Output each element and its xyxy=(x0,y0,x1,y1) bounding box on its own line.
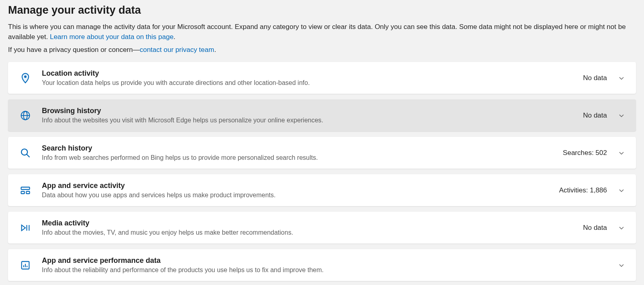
media-activity-card[interactable]: Media activity Info about the movies, TV… xyxy=(8,212,636,244)
activity-card-list: Location activity Your location data hel… xyxy=(8,62,636,281)
contact-privacy-team-link[interactable]: contact our privacy team xyxy=(140,46,214,54)
card-desc: Info about the websites you visit with M… xyxy=(42,117,583,124)
chevron-down-icon xyxy=(618,262,625,268)
svg-point-0 xyxy=(24,75,27,78)
browsing-history-card[interactable]: Browsing history Info about the websites… xyxy=(8,99,636,131)
page-title: Manage your activity data xyxy=(8,4,636,17)
chevron-down-icon xyxy=(618,112,625,119)
card-title: Search history xyxy=(42,144,563,153)
card-status: No data xyxy=(583,112,607,120)
svg-line-5 xyxy=(27,154,30,157)
svg-rect-8 xyxy=(26,191,29,194)
card-desc: Info about the reliability and performan… xyxy=(42,266,607,274)
card-title: App and service performance data xyxy=(42,256,607,265)
learn-more-link[interactable]: Learn more about your data on this page xyxy=(50,33,173,41)
card-status: Activities: 1,886 xyxy=(559,186,607,194)
card-text: Search history Info from web searches pe… xyxy=(42,144,563,161)
card-text: App and service activity Data about how … xyxy=(42,182,559,199)
card-text: Media activity Info about the movies, TV… xyxy=(42,219,583,236)
card-desc: Info about the movies, TV, and music you… xyxy=(42,229,583,236)
search-history-card[interactable]: Search history Info from web searches pe… xyxy=(8,137,636,169)
app-service-performance-card[interactable]: App and service performance data Info ab… xyxy=(8,249,636,281)
location-icon xyxy=(19,72,31,84)
search-icon xyxy=(19,147,31,159)
card-title: Media activity xyxy=(42,219,583,227)
card-desc: Data about how you use apps and services… xyxy=(42,192,559,199)
chevron-down-icon xyxy=(618,187,625,194)
card-title: Location activity xyxy=(42,69,583,78)
card-text: Location activity Your location data hel… xyxy=(42,69,583,87)
chevron-down-icon xyxy=(618,225,625,231)
svg-rect-7 xyxy=(21,191,25,194)
privacy-prefix: If you have a privacy question or concer… xyxy=(8,46,140,54)
card-status: No data xyxy=(583,224,607,232)
privacy-line: If you have a privacy question or concer… xyxy=(8,46,636,54)
card-text: App and service performance data Info ab… xyxy=(42,256,607,274)
card-text: Browsing history Info about the websites… xyxy=(42,107,583,124)
card-desc: Info from web searches performed on Bing… xyxy=(42,154,563,161)
app-service-activity-card[interactable]: App and service activity Data about how … xyxy=(8,174,636,206)
chevron-down-icon xyxy=(618,75,625,81)
bar-chart-icon xyxy=(19,259,31,271)
media-icon xyxy=(19,222,31,234)
svg-rect-6 xyxy=(21,187,30,190)
chevron-down-icon xyxy=(618,150,625,156)
card-title: App and service activity xyxy=(42,182,559,190)
svg-marker-9 xyxy=(22,225,25,231)
card-status: No data xyxy=(583,74,607,82)
svg-point-4 xyxy=(21,149,27,155)
location-activity-card[interactable]: Location activity Your location data hel… xyxy=(8,62,636,94)
card-title: Browsing history xyxy=(42,107,583,115)
card-desc: Your location data helps us provide you … xyxy=(42,79,583,87)
card-status: Searches: 502 xyxy=(563,149,607,157)
apps-icon xyxy=(19,184,31,196)
globe-icon xyxy=(19,109,31,122)
intro-paragraph: This is where you can manage the activit… xyxy=(8,22,636,42)
